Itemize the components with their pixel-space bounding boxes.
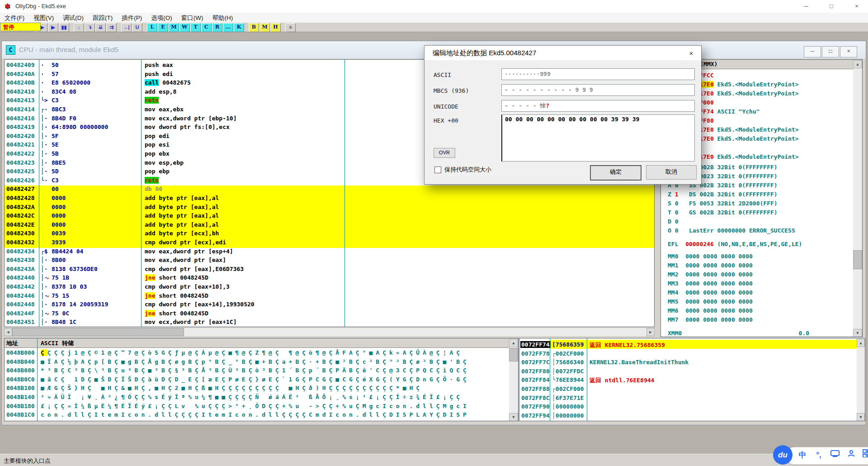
register-row[interactable]: MM5 0000 0000 0000 0000 — [668, 298, 863, 307]
scroll-right-icon[interactable]: ► — [646, 328, 655, 336]
disassembly-row[interactable]: 00482434┌$8B4424 04mov eax,dword ptr [es… — [5, 248, 654, 257]
column-separator[interactable] — [587, 338, 587, 421]
menu-item-4[interactable]: 插件(P) — [117, 13, 146, 24]
scroll-down-icon[interactable]: ▼ — [857, 413, 865, 421]
disassembly-row[interactable]: 004824280000add byte ptr [eax],al — [5, 195, 654, 204]
windows-button[interactable]: W — [179, 23, 190, 32]
register-row[interactable]: MM3 0000 0000 0000 0000 — [668, 280, 863, 289]
cpu-minimize-button[interactable]: ─ — [804, 46, 821, 57]
scroll-down-icon[interactable]: ▼ — [509, 413, 518, 421]
scroll-up-icon[interactable]: ▲ — [857, 339, 865, 347]
register-row[interactable]: EFL 00000246 (NO,NB,E,BE,NS,PE,GE,LE) — [668, 241, 863, 250]
stack-row[interactable]: 0072FF94│00000000 — [519, 412, 865, 421]
register-row[interactable]: MM6 0000 0000 0000 0000 — [668, 307, 863, 316]
dump-row[interactable]: 0048B040■ÏAÇ½þAÇp[BÇ■gBÇÅgBÇøgBÇp°BÇ_°BÇ… — [5, 358, 518, 367]
ime-punct-icon[interactable]: °, — [812, 447, 826, 463]
dump-row[interactable]: 0048B100■ÆGÇŠ}HÇ ■HÇ&■HÇ,■HÇ2■HÇß■HÇÇÇÇÇ… — [5, 385, 518, 394]
column-separator[interactable] — [141, 60, 142, 327]
pause-button[interactable]: ▮▮ — [59, 23, 69, 32]
disassembly-row[interactable]: 0048242E0000add byte ptr [eax],al — [5, 221, 654, 230]
registers-vscrollbar[interactable]: ▲ ▼ — [853, 60, 862, 337]
disassembly-row[interactable]: 0048242C0000add byte ptr [eax],al — [5, 212, 654, 221]
stack-vscrollbar[interactable]: ▲ ▼ — [857, 339, 865, 421]
ovr-button[interactable]: OVR — [434, 148, 455, 158]
menu-item-2[interactable]: 调试(D) — [58, 13, 88, 24]
stack-row[interactable]: 0072FF7C│75686340KERNEL32.BaseThreadInit… — [519, 359, 865, 368]
register-row[interactable]: MM7 0000 0000 0000 0000 — [668, 316, 863, 325]
execute-till-user-button[interactable]: ▶ — [48, 23, 58, 32]
hex-field[interactable]: 00 00 00 00 00 00 00 00 00 00 39 39 39 — [501, 114, 695, 162]
disassembly-row[interactable]: 00482438│·8B00mov eax,dword ptr [eax] — [5, 257, 654, 266]
disassembly-row[interactable]: 0048242A0000add byte ptr [eax],al — [5, 204, 654, 213]
scroll-thumb[interactable] — [509, 348, 518, 361]
dump-row[interactable]: 0048B0C0■ãCÇ 1DÇ■ŠDÇÏŠDÇàùDÇD_EÇ[æEÇPøEÇ… — [5, 376, 518, 385]
log-window-button[interactable]: L — [147, 23, 157, 32]
stack-row[interactable]: 0072FF74[75686359返回 KERNEL32.75686359 — [519, 341, 865, 350]
menu-item-7[interactable]: 帮助(H) — [208, 13, 237, 24]
register-row[interactable]: Z 1 DS 002B 32Bit 0(FFFFFFFF) — [668, 191, 863, 200]
breakpoints-button[interactable]: B — [249, 23, 259, 32]
more-windows-button[interactable]: ... — [223, 23, 233, 32]
menu-item-5[interactable]: 选项(O) — [146, 13, 177, 24]
disassembly-row[interactable]: 00482446│·⌄75 15jne short 0048245D — [5, 292, 654, 301]
disassembly-row[interactable]: 00482451│·8B48 1Cmov ecx,dword ptr [eax+… — [5, 319, 654, 327]
register-row[interactable]: MM1 0000 0000 0000 0000 — [668, 262, 863, 271]
stack-pane[interactable]: 0072FF74[75686359返回 KERNEL32.75686359007… — [519, 338, 865, 421]
stack-row[interactable]: 0072FF84└76EE8944返回 ntdll.76EE8944 — [519, 376, 865, 385]
disassembly-hscrollbar[interactable]: ◄ ► — [4, 328, 655, 336]
menu-item-3[interactable]: 跟踪(T) — [88, 13, 117, 24]
threads-button[interactable]: T — [190, 23, 201, 32]
stack-row[interactable]: 0072FF88┌002CF000 — [519, 385, 865, 395]
disassembly-row[interactable]: 004824300039add byte ptr [ecx],bh — [5, 230, 654, 239]
scroll-left-icon[interactable]: ◄ — [4, 328, 12, 336]
executables-button[interactable]: E — [158, 23, 168, 32]
menu-item-1[interactable]: 视图(V) — [29, 13, 58, 24]
close-button[interactable]: × — [846, 0, 867, 13]
ime-user-icon[interactable] — [844, 447, 858, 463]
disassembly-row[interactable]: 0048244F│·⌄75 0Cjne short 0048245D — [5, 310, 654, 319]
references-button[interactable]: R — [212, 23, 222, 32]
disassembly-row[interactable]: 00482440│·⌄75 1Bjne short 0048245D — [5, 274, 654, 283]
dump-row[interactable]: 0048B000ÇÇÇÇj1@Ç©1@Ç™7@Çò5GÇƒµ@ÇÀµ@Ç■¶@Ç… — [5, 349, 518, 358]
run-to-user-code-button[interactable]: U — [132, 23, 142, 32]
stack-row[interactable]: 0072FF90│00000000 — [519, 403, 865, 412]
ime-menu-icon[interactable] — [860, 447, 868, 463]
dialog-titlebar[interactable]: 编辑地址处的数据 Ekd5.00482427 × — [425, 46, 701, 60]
stack-row[interactable]: 0072FF80│0072FFDC — [519, 368, 865, 377]
unicode-field[interactable]: - - - - - 㤹? — [501, 100, 695, 112]
register-row[interactable]: MM4 0000 0000 0000 0000 — [668, 289, 863, 298]
minimize-button[interactable]: ─ — [796, 0, 816, 13]
dump-row[interactable]: 0048B080*³BÇC³BÇ\³BÇu³BÇ■³BÇ§³BÇÅ³BÇÙ³BÇ… — [5, 367, 518, 376]
animate-over-button[interactable]: ⇉ — [106, 23, 117, 32]
scroll-down-icon[interactable]: ▼ — [853, 329, 862, 337]
column-separator[interactable] — [550, 338, 550, 421]
dialog-close-icon[interactable]: × — [685, 48, 698, 58]
dump-row[interactable]: 0048B1C0con.dllÇItemIcon.dllÇÇÇÇItemIcon… — [5, 411, 518, 420]
keep-size-checkbox[interactable] — [434, 166, 441, 173]
step-over-button[interactable]: ↴ — [85, 23, 95, 32]
column-separator[interactable] — [344, 60, 345, 327]
register-row[interactable]: O 0 LastErr 00000000 ERROR_SUCCESS — [668, 227, 863, 236]
cpu-restore-button[interactable]: □ — [822, 46, 839, 57]
disassembly-row[interactable]: 004824323939cmp dword ptr [ecx],edi — [5, 239, 654, 248]
menu-item-6[interactable]: 窗口(W) — [177, 13, 208, 24]
dump-row[interactable]: 0048B180£¡ÇÇ»Ì¼ßµÈ¼¶ÉÏÉý£¡ÇÇLv %uÇÇÇ>°+¸… — [5, 403, 518, 412]
memory-breakpoints-button[interactable]: M — [259, 23, 270, 32]
animate-into-button[interactable]: ⇊ — [95, 23, 106, 32]
cancel-button[interactable]: 取消 — [646, 165, 697, 180]
register-row[interactable]: MM2 0000 0000 0000 0000 — [668, 271, 863, 280]
cpu-close-button[interactable]: × — [840, 46, 857, 57]
hardware-breakpoints-button[interactable]: H — [270, 23, 281, 32]
dump-row[interactable]: 0048B140²»ĂÜÎ ¡¥¸À²¿¶ÓÇÇ%sÉýÎª%u¼¶■■ÇÇÇÇ… — [5, 394, 518, 403]
stack-row[interactable]: 0072FF98│00000000 — [519, 421, 865, 421]
column-separator[interactable] — [39, 60, 39, 327]
register-row[interactable]: D 0 — [668, 218, 863, 227]
scroll-up-icon[interactable]: ▲ — [853, 60, 862, 68]
register-row[interactable]: XMM0 0.0 — [668, 330, 863, 337]
ime-logo-icon[interactable]: du — [773, 445, 793, 465]
register-row[interactable]: T 0 GS 002B 32Bit 0(FFFFFFFF) — [668, 209, 863, 218]
dump-vscrollbar[interactable]: ▲ ▼ — [509, 339, 518, 421]
menu-item-0[interactable]: 文件(F) — [0, 13, 29, 24]
disassembly-row[interactable]: 0048243A│·8138 63736DE0cmp dword ptr [ea… — [5, 266, 654, 275]
scroll-thumb[interactable] — [853, 250, 862, 269]
